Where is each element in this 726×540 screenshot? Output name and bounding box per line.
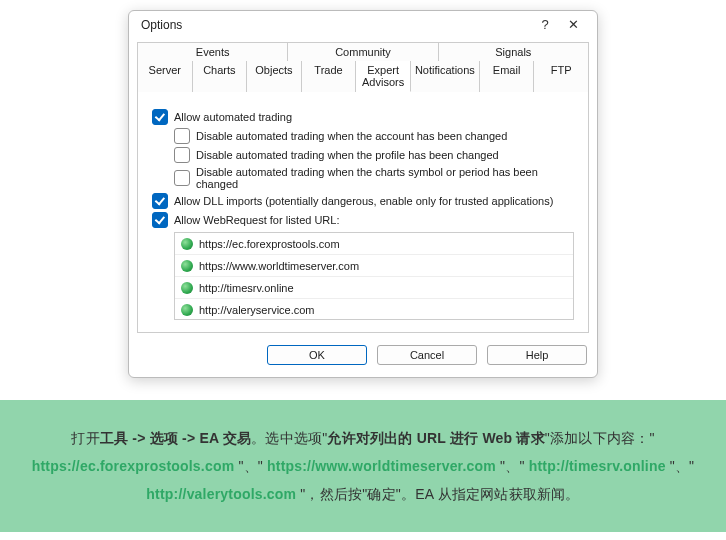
tab-panel-expert-advisors: Allow automated tradingDisable automated… xyxy=(137,91,589,333)
option-label: Allow WebRequest for listed URL: xyxy=(174,214,339,226)
tab-notifications[interactable]: Notifications xyxy=(411,61,480,92)
checkbox[interactable] xyxy=(174,128,190,144)
url-item[interactable]: http://timesrv.online xyxy=(175,277,573,299)
text: "，然后按"确定"。EA 从指定网站获取新闻。 xyxy=(296,486,579,502)
tab-community[interactable]: Community xyxy=(288,42,438,61)
checkbox[interactable] xyxy=(152,193,168,209)
checkbox[interactable] xyxy=(152,109,168,125)
url-text: http://valeryservice.com xyxy=(199,304,315,316)
menu-path: 工具 -> 选项 -> EA 交易 xyxy=(100,430,251,446)
option-row: Allow WebRequest for listed URL: xyxy=(152,212,574,228)
text: "、" xyxy=(666,458,695,474)
url-list[interactable]: https://ec.forexprostools.comhttps://www… xyxy=(174,232,574,320)
tab-email[interactable]: Email xyxy=(480,61,535,92)
dialog-buttons: OK Cancel Help xyxy=(129,333,597,377)
text: "、" xyxy=(496,458,529,474)
option-row: Disable automated trading when the profi… xyxy=(174,147,574,163)
globe-icon xyxy=(181,238,193,250)
option-row: Disable automated trading when the chart… xyxy=(174,166,574,190)
url-item[interactable]: https://www.worldtimeserver.com xyxy=(175,255,573,277)
globe-icon xyxy=(181,304,193,316)
option-label: Allow DLL imports (potentially dangerous… xyxy=(174,195,553,207)
tab-server[interactable]: Server xyxy=(137,61,193,92)
tab-objects[interactable]: Objects xyxy=(247,61,302,92)
help-button-bottom[interactable]: Help xyxy=(487,345,587,365)
checkbox[interactable] xyxy=(152,212,168,228)
url-text: https://www.worldtimeserver.com xyxy=(199,260,359,272)
option-label: Disable automated trading when the profi… xyxy=(196,149,499,161)
cancel-button[interactable]: Cancel xyxy=(377,345,477,365)
text: "添加以下内容：" xyxy=(545,430,655,446)
ok-button[interactable]: OK xyxy=(267,345,367,365)
instruction-panel: 打开工具 -> 选项 -> EA 交易。选中选项"允许对列出的 URL 进行 W… xyxy=(0,400,726,532)
url-link: https://www.worldtimeserver.com xyxy=(267,458,496,474)
option-row: Allow automated trading xyxy=(152,109,574,125)
option-label: Disable automated trading when the chart… xyxy=(196,166,574,190)
url-text: https://ec.forexprostools.com xyxy=(199,238,340,250)
tab-charts[interactable]: Charts xyxy=(193,61,248,92)
option-name: 允许对列出的 URL 进行 Web 请求 xyxy=(327,430,544,446)
options-dialog: Options ? ✕ EventsCommunitySignals Serve… xyxy=(128,10,598,378)
checkbox[interactable] xyxy=(174,170,190,186)
dialog-title: Options xyxy=(141,18,531,32)
url-link: http://timesrv.online xyxy=(529,458,666,474)
help-button[interactable]: ? xyxy=(531,17,559,32)
url-link: https://ec.forexprostools.com xyxy=(32,458,235,474)
globe-icon xyxy=(181,282,193,294)
url-item[interactable]: http://valeryservice.com xyxy=(175,299,573,320)
option-label: Allow automated trading xyxy=(174,111,292,123)
url-item[interactable]: https://ec.forexprostools.com xyxy=(175,233,573,255)
globe-icon xyxy=(181,260,193,272)
tab-signals[interactable]: Signals xyxy=(439,42,589,61)
checkbox[interactable] xyxy=(174,147,190,163)
close-button[interactable]: ✕ xyxy=(559,17,587,32)
text: "、" xyxy=(234,458,267,474)
option-row: Allow DLL imports (potentially dangerous… xyxy=(152,193,574,209)
url-link: http://valerytools.com xyxy=(146,486,296,502)
tab-expert-advisors[interactable]: Expert Advisors xyxy=(356,61,411,92)
tab-events[interactable]: Events xyxy=(137,42,288,61)
tabs: EventsCommunitySignals ServerChartsObjec… xyxy=(129,38,597,333)
text: 。选中选项" xyxy=(251,430,327,446)
option-label: Disable automated trading when the accou… xyxy=(196,130,507,142)
option-row: Disable automated trading when the accou… xyxy=(174,128,574,144)
tab-trade[interactable]: Trade xyxy=(302,61,357,92)
text: 打开 xyxy=(71,430,99,446)
titlebar: Options ? ✕ xyxy=(129,11,597,38)
tab-ftp[interactable]: FTP xyxy=(534,61,589,92)
url-text: http://timesrv.online xyxy=(199,282,294,294)
